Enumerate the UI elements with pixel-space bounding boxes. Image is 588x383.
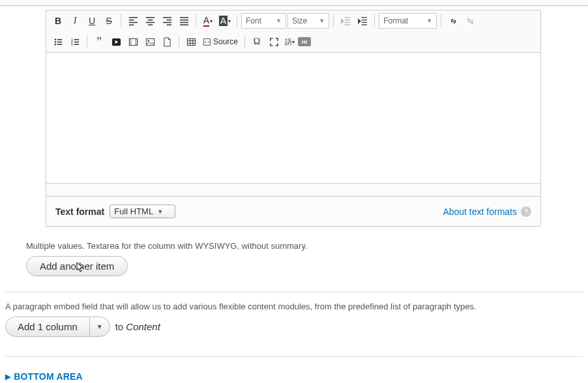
add-one-column-button[interactable]: Add 1 column — [6, 317, 90, 336]
outdent-button — [338, 13, 353, 29]
svg-text:3: 3 — [70, 43, 72, 46]
video-button[interactable] — [125, 34, 141, 50]
bottom-area-label: BOTTOM AREA — [14, 371, 83, 382]
blockquote-button[interactable]: ” — [91, 34, 107, 50]
embed-video-button[interactable] — [108, 34, 124, 50]
about-text-formats-label: About text formats — [443, 206, 517, 217]
paragraph-field-description: A paragraph embed field that will allow … — [5, 302, 583, 311]
align-justify-button[interactable] — [176, 13, 192, 29]
maximize-button[interactable] — [266, 34, 282, 50]
add-paragraph-dropdown-toggle[interactable]: ▼ — [90, 317, 110, 336]
triangle-right-icon: ▶ — [5, 373, 10, 381]
size-dropdown[interactable]: Size▼ — [287, 13, 329, 29]
svg-point-0 — [54, 38, 55, 40]
bottom-area-fieldset-toggle[interactable]: ▶ BOTTOM AREA — [5, 369, 583, 383]
numbered-list-button[interactable]: 123 — [67, 34, 83, 50]
italic-button[interactable]: I — [67, 13, 83, 29]
add-one-column-label: Add 1 column — [18, 321, 78, 332]
svg-rect-8 — [146, 38, 154, 45]
underline-button[interactable]: U — [84, 13, 100, 29]
align-center-button[interactable] — [142, 13, 158, 29]
align-right-button[interactable] — [159, 13, 175, 29]
multivalue-description: Multiple values. Textarea for the column… — [26, 241, 583, 251]
svg-rect-10 — [187, 38, 195, 45]
admin-top-bar — [0, 0, 588, 6]
add-paragraph-target-text: to Content — [115, 321, 160, 332]
image-button[interactable] — [142, 34, 158, 50]
svg-point-2 — [54, 44, 55, 45]
about-text-formats-link[interactable]: About text formats ? — [443, 206, 531, 217]
add-another-item-label: Add another item — [40, 261, 114, 272]
text-format-label: Text format — [55, 206, 104, 217]
font-dropdown-label: Font — [246, 16, 261, 25]
language-button[interactable]: 語▾ — [283, 34, 297, 50]
section-divider — [5, 292, 583, 292]
source-button[interactable]: Source — [200, 34, 241, 50]
text-color-button[interactable]: A▾ — [200, 13, 216, 29]
svg-point-1 — [54, 41, 55, 42]
editor-elements-path — [46, 183, 540, 196]
text-format-select[interactable]: Full HTML ▼ — [110, 205, 175, 218]
bulleted-list-button[interactable] — [50, 34, 66, 50]
wysiwyg-editor: B I U S A▾ A▾ Font▼ Size▼ — [46, 10, 541, 197]
text-format-bar: Text format Full HTML ▼ About text forma… — [46, 197, 541, 227]
editor-content-area[interactable] — [46, 53, 540, 183]
indent-button[interactable] — [355, 13, 370, 29]
font-dropdown[interactable]: Font▼ — [241, 13, 286, 29]
format-dropdown-label: Format — [383, 16, 408, 25]
link-button[interactable] — [445, 13, 461, 29]
table-button[interactable] — [183, 34, 199, 50]
special-char-button[interactable]: Ω — [249, 34, 265, 50]
help-icon: ? — [521, 206, 531, 217]
add-paragraph-split-button: Add 1 column ▼ — [5, 317, 110, 337]
align-left-button[interactable] — [125, 13, 141, 29]
svg-rect-7 — [129, 38, 137, 45]
bg-color-button[interactable]: A▾ — [217, 13, 233, 29]
hr-button[interactable]: HI — [298, 37, 311, 46]
bold-button[interactable]: B — [50, 13, 66, 29]
editor-toolbar: B I U S A▾ A▾ Font▼ Size▼ — [46, 10, 540, 53]
source-button-label: Source — [213, 37, 238, 46]
strikethrough-button[interactable]: S — [101, 13, 117, 29]
unlink-button — [462, 13, 478, 29]
svg-point-9 — [147, 40, 149, 41]
format-dropdown[interactable]: Format▼ — [379, 13, 437, 29]
text-format-selected: Full HTML — [114, 206, 153, 216]
add-another-item-button[interactable]: Add another item — [26, 256, 128, 276]
size-dropdown-label: Size — [292, 16, 307, 25]
document-button[interactable] — [159, 34, 175, 50]
